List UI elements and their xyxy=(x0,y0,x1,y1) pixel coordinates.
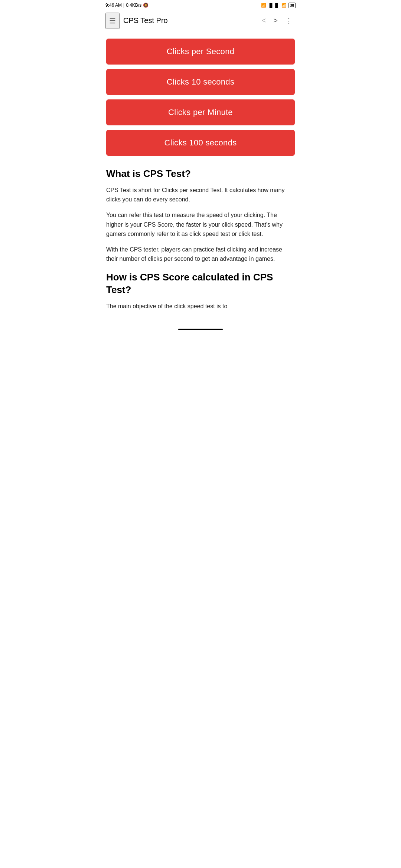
heading-how-cps: How is CPS Score calculated in CPS Test? xyxy=(106,271,295,296)
paragraph-cps-score-1: The main objective of the click speed te… xyxy=(106,302,295,311)
menu-button[interactable]: ☰ xyxy=(105,13,120,29)
btn-clicks-per-second[interactable]: Clicks per Second xyxy=(106,39,295,65)
btn-clicks-per-minute[interactable]: Clicks per Minute xyxy=(106,99,295,125)
more-options-button[interactable]: ⋮ xyxy=(282,13,296,28)
more-icon: ⋮ xyxy=(285,16,293,25)
paragraph-cps-description-1: CPS Test is short for Clicks per second … xyxy=(106,185,295,204)
status-right: 📶 ▐▌▐▌ 📶 38 xyxy=(261,3,296,8)
signal-icon: ▐▌▐▌ xyxy=(268,3,280,7)
back-button[interactable]: < xyxy=(259,13,269,28)
status-time: 9:46 AM xyxy=(105,3,122,8)
app-title: CPS Test Pro xyxy=(123,16,259,25)
main-content: Clicks per Second Clicks 10 seconds Clic… xyxy=(100,31,301,326)
back-icon: < xyxy=(262,16,266,25)
nav-bar: ☰ CPS Test Pro < > ⋮ xyxy=(100,10,301,31)
paragraph-cps-description-3: With the CPS tester, players can practic… xyxy=(106,245,295,264)
nav-actions: < > ⋮ xyxy=(259,13,296,28)
forward-icon: > xyxy=(273,16,278,25)
home-indicator-bar xyxy=(178,329,223,330)
btn-clicks-100-seconds[interactable]: Clicks 100 seconds xyxy=(106,130,295,156)
home-indicator-container xyxy=(100,326,301,332)
battery-indicator: 38 xyxy=(288,3,296,8)
info-section-how-cps: How is CPS Score calculated in CPS Test?… xyxy=(106,271,295,311)
status-left: 9:46 AM | 0.4KB/s 🔕 xyxy=(105,3,149,8)
cps-button-group: Clicks per Second Clicks 10 seconds Clic… xyxy=(106,39,295,156)
btn-clicks-10-seconds[interactable]: Clicks 10 seconds xyxy=(106,69,295,95)
paragraph-cps-description-2: You can refer this test to measure the s… xyxy=(106,210,295,239)
heading-what-is-cps: What is CPS Test? xyxy=(106,168,295,180)
status-network: | xyxy=(123,3,124,8)
forward-button[interactable]: > xyxy=(270,13,281,28)
wifi-icon: 📶 xyxy=(281,3,287,8)
bluetooth-icon: 📶 xyxy=(261,3,266,8)
bell-mute-icon: 🔕 xyxy=(143,3,149,8)
status-bar: 9:46 AM | 0.4KB/s 🔕 📶 ▐▌▐▌ 📶 38 xyxy=(100,0,301,10)
info-section-what-is-cps: What is CPS Test? CPS Test is short for … xyxy=(106,168,295,264)
status-network-speed: 0.4KB/s xyxy=(126,3,141,8)
